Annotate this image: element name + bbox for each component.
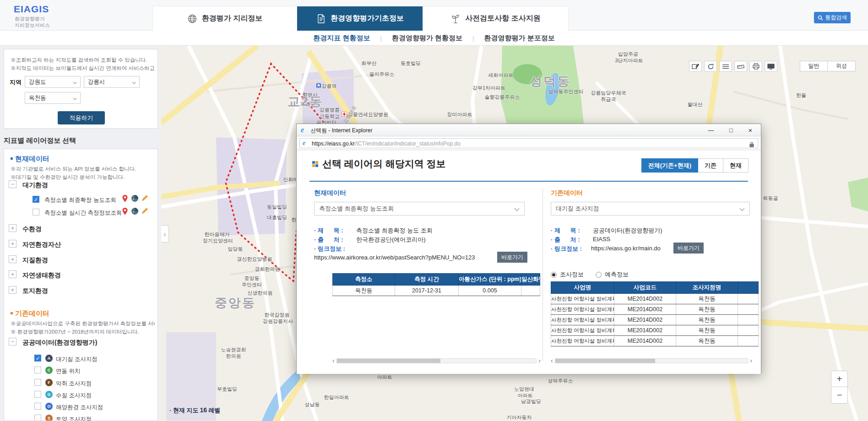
map-label: 취급국 <box>601 96 616 103</box>
fullscreen-button[interactable] <box>765 61 777 72</box>
table-row[interactable]: 사천진항 어항시설 정비계획 ME2014D002 옥천동 <box>551 325 759 336</box>
url-input[interactable]: e https://eiass.go.kr/ICT/enIndicator/in… <box>299 138 758 148</box>
legacy-layer-select[interactable]: 대기질 조사지점 <box>551 202 750 216</box>
table-row[interactable]: 사천진항 어항시설 정비계획 ME2014D002 옥천동 <box>551 294 759 304</box>
tree-collapse-public-data[interactable]: − <box>9 338 16 345</box>
layer-chimney-location[interactable]: 연돌 위치 <box>56 367 80 375</box>
layer-realtime-measure[interactable]: 측정소별 실시간 측정정보조회 <box>44 209 122 217</box>
filter-all-button[interactable]: 전체(기존+현재) <box>641 158 698 173</box>
layers-icon <box>722 64 729 70</box>
chart-layer-icon[interactable] <box>131 194 139 202</box>
province-select[interactable]: 강원도 <box>25 76 81 88</box>
scrollbar-track[interactable] <box>336 358 537 363</box>
global-search-button[interactable]: 통합검색 <box>814 12 851 23</box>
map-label: 강부1차아파트 <box>472 85 505 92</box>
current-layer-select[interactable]: 측정소별 최종확정 농도조회 <box>314 202 525 216</box>
tree-expand-water[interactable]: + <box>9 224 16 232</box>
city-select[interactable]: 강릉시 <box>84 76 140 88</box>
refresh-button[interactable] <box>704 61 717 72</box>
app-header: EIAGIS 환경영향평가 지리정보서비스 환경평가 지리정보 환경영향평가기초… <box>0 0 868 31</box>
window-titlebar[interactable]: e 선택됨 - Internet Explorer — □ × <box>297 124 761 136</box>
field-value: EIASS <box>593 236 610 243</box>
window-close-button[interactable]: × <box>741 124 760 136</box>
subtab-eia-distribution[interactable]: 환경영향평가 분포정보 <box>484 34 554 43</box>
tree-expand-land[interactable]: + <box>9 286 16 294</box>
layer-air-quality-point[interactable]: 대기질 조사지점 <box>56 356 98 363</box>
go-link-button[interactable]: 바로가기 <box>497 252 527 263</box>
tree-collapse-air[interactable]: − <box>9 180 16 188</box>
filter-current-button[interactable]: 현재 <box>723 158 749 173</box>
edit-pencil-icon[interactable] <box>141 194 148 202</box>
checkbox-soil[interactable] <box>34 415 41 421</box>
scroll-left-arrow[interactable]: ‹ <box>551 358 553 364</box>
tab-preliminary-review[interactable]: 사전검토사항 조사지원 <box>423 6 568 31</box>
layers-list-button[interactable] <box>719 61 732 72</box>
window-minimize-button[interactable]: — <box>701 124 721 136</box>
col-header: 사업코드 <box>614 282 676 294</box>
window-maximize-button[interactable]: □ <box>722 124 741 136</box>
layer-final-concentration[interactable]: 측정소별 최종확정 농도조회 <box>44 196 116 204</box>
layer-soil-point[interactable]: 토양 조사지점 <box>56 416 92 421</box>
layer-marine-env-point[interactable]: 해양환경 조사지점 <box>56 404 103 411</box>
tab-geo-info[interactable]: 환경평가 지리정보 <box>153 6 297 31</box>
map-label-district: 중앙동 <box>215 295 256 311</box>
search-icon <box>818 15 823 21</box>
table-row[interactable]: 사천진항 어항시설 정비계획 ME2014D002 옥천동 <box>551 336 759 346</box>
filter-legacy-button[interactable]: 기존 <box>698 158 723 173</box>
group-public-data: 공공데이터(환경영향평가) <box>22 339 97 347</box>
tab-eia-basic-info[interactable]: 환경영향평가기초정보 <box>297 6 423 31</box>
checkbox-marine[interactable] <box>34 403 41 410</box>
zoom-in-button[interactable]: + <box>831 371 848 387</box>
sidebar-collapse-button[interactable]: ‹ <box>161 225 169 243</box>
link-url[interactable]: https://www.airkorea.or.kr/web/pastSearc… <box>314 254 475 261</box>
app-logo[interactable]: EIAGIS <box>14 4 49 15</box>
info-type-radio-group: 조사정보 예측정보 <box>551 270 629 279</box>
table-row[interactable]: 사천진항 어항시설 정비계획 ME2014D002 옥천동 <box>551 304 759 315</box>
radio-survey-info[interactable]: 조사정보 <box>551 270 584 279</box>
checkbox-chimney[interactable] <box>34 367 41 373</box>
subtab-eia-status[interactable]: 환경영향평가 현황정보 <box>392 34 462 43</box>
tree-expand-geology[interactable]: + <box>9 255 16 263</box>
marker-pin-icon[interactable] <box>121 194 129 203</box>
tree-expand-ecology[interactable]: + <box>9 270 16 278</box>
scroll-left-arrow[interactable]: ‹ <box>332 358 335 364</box>
scrollbar-track[interactable] <box>555 358 749 363</box>
subtab-env-indicator-status[interactable]: 환경지표 현황정보 <box>313 34 370 43</box>
print-button[interactable] <box>749 61 762 72</box>
badge-chimney: C <box>45 367 53 374</box>
table-row[interactable]: 사천진항 어항시설 정비계획 ME2014D002 옥천동 <box>551 315 759 325</box>
go-link-button[interactable]: 바로가기 <box>673 243 704 254</box>
layer-water-quality-point[interactable]: 수질 조사지점 <box>56 392 92 399</box>
dong-select[interactable]: 옥천동 <box>25 92 81 104</box>
map-label: 남경빌딩 <box>521 398 541 405</box>
checkbox-final-concentration[interactable]: ✓ <box>33 196 39 203</box>
checkbox-water-quality[interactable] <box>34 391 41 398</box>
layer-odor-point[interactable]: 악취 조사지점 <box>56 380 92 388</box>
current-data-title: 현재데이터 <box>11 155 49 163</box>
checkbox-realtime-measure[interactable] <box>33 209 39 216</box>
link-url[interactable]: https://eiass.go.kr/main.do <box>591 245 661 252</box>
edit-pencil-icon[interactable] <box>141 207 148 215</box>
checkbox-air-quality-point[interactable]: ✓ <box>34 355 41 362</box>
tree-expand-natural-asset[interactable]: + <box>9 240 16 248</box>
apply-button[interactable]: 적용하기 <box>58 111 105 124</box>
scroll-right-arrow[interactable]: › <box>750 358 752 364</box>
basemap-satellite-button[interactable]: 위성 <box>828 61 856 71</box>
scroll-right-arrow[interactable]: › <box>538 358 541 364</box>
zoom-out-button[interactable]: − <box>831 387 848 404</box>
chart-layer-icon[interactable] <box>131 207 139 215</box>
basemap-normal-button[interactable]: 일반 <box>800 61 828 71</box>
measure-button[interactable] <box>734 61 747 72</box>
marker-pin-icon[interactable] <box>121 207 129 216</box>
table-row[interactable]: 옥천동 2017-12-31 0.005 <box>333 286 540 296</box>
map-label: 장기요양센터 <box>203 237 233 244</box>
draw-area-button[interactable] <box>689 61 702 72</box>
legacy-data-title: 기존데이터 <box>11 309 49 318</box>
map-label: 대흥빌딩 <box>267 214 287 221</box>
radio-prediction-info[interactable]: 예측정보 <box>596 270 629 279</box>
ie-popup-window: e 선택됨 - Internet Explorer — □ × e https:… <box>296 124 761 373</box>
checkbox-odor[interactable] <box>34 379 41 386</box>
scrollbar-thumb[interactable] <box>555 359 656 363</box>
group-natural-asset: 자연환경자산 <box>22 241 61 249</box>
scrollbar-thumb[interactable] <box>337 359 441 363</box>
